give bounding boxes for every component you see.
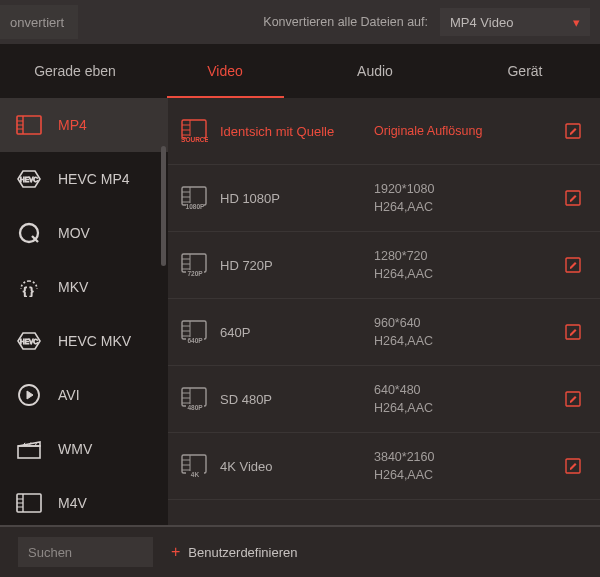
mkv-icon: { } bbox=[16, 276, 42, 298]
hevc-icon: HEVC bbox=[16, 168, 42, 190]
tab-device[interactable]: Gerät bbox=[450, 44, 600, 98]
edit-icon[interactable] bbox=[562, 457, 584, 475]
format-item-hevc-mkv[interactable]: HEVCHEVC MKV bbox=[0, 314, 168, 368]
svg-marker-13 bbox=[27, 391, 33, 399]
preset-row-720p[interactable]: 720P HD 720P1280*720H264,AAC bbox=[168, 232, 600, 299]
converted-button[interactable]: onvertiert bbox=[0, 5, 78, 39]
format-item-mkv[interactable]: { }MKV bbox=[0, 260, 168, 314]
preset-list: SOURCE Identsich mit QuelleOriginale Auf… bbox=[168, 98, 600, 525]
format-sidebar: MP4HEVCHEVC MP4MOV{ }MKVHEVCHEVC MKVAVIW… bbox=[0, 98, 168, 525]
search-placeholder: Suchen bbox=[28, 545, 72, 560]
tab-recent[interactable]: Gerade eben bbox=[0, 44, 150, 98]
film-icon bbox=[16, 114, 42, 136]
preset-thumb-icon: 720P bbox=[180, 251, 208, 279]
edit-icon[interactable] bbox=[562, 323, 584, 341]
preset-row-1080p[interactable]: 1080P HD 1080P1920*1080H264,AAC bbox=[168, 165, 600, 232]
target-format-value: MP4 Video bbox=[450, 15, 513, 30]
format-label: HEVC MKV bbox=[58, 333, 131, 349]
format-label: MKV bbox=[58, 279, 88, 295]
preset-details: 1280*720H264,AAC bbox=[374, 247, 550, 283]
tab-label: Audio bbox=[357, 63, 393, 79]
tab-label: Gerät bbox=[507, 63, 542, 79]
preset-thumb-icon: 640P bbox=[180, 318, 208, 346]
custom-preset-button[interactable]: + Benutzerdefinieren bbox=[171, 544, 297, 560]
preset-details: 960*640H264,AAC bbox=[374, 314, 550, 350]
format-item-mov[interactable]: MOV bbox=[0, 206, 168, 260]
svg-text:480P: 480P bbox=[187, 404, 203, 411]
format-item-avi[interactable]: AVI bbox=[0, 368, 168, 422]
preset-row-source[interactable]: SOURCE Identsich mit QuelleOriginale Auf… bbox=[168, 98, 600, 165]
preset-thumb-icon: 1080P bbox=[180, 184, 208, 212]
film-icon bbox=[16, 492, 42, 514]
preset-title: 4K Video bbox=[220, 459, 362, 474]
preset-details: 3840*2160H264,AAC bbox=[374, 448, 550, 484]
preset-thumb-icon: SOURCE bbox=[180, 117, 208, 145]
preset-row-4k[interactable]: 4K 4K Video3840*2160H264,AAC bbox=[168, 433, 600, 500]
format-label: AVI bbox=[58, 387, 80, 403]
svg-text:HEVC: HEVC bbox=[20, 338, 38, 345]
hevc-icon: HEVC bbox=[16, 330, 42, 352]
svg-text:{ }: { } bbox=[23, 285, 34, 297]
converted-label: onvertiert bbox=[10, 15, 64, 30]
tab-label: Gerade eben bbox=[34, 63, 116, 79]
tab-label: Video bbox=[207, 63, 243, 79]
edit-icon[interactable] bbox=[562, 390, 584, 408]
preset-title: SD 480P bbox=[220, 392, 362, 407]
format-label: MP4 bbox=[58, 117, 87, 133]
format-item-m4v[interactable]: M4V bbox=[0, 476, 168, 525]
edit-icon[interactable] bbox=[562, 256, 584, 274]
preset-thumb-icon: 480P bbox=[180, 385, 208, 413]
format-item-mp4[interactable]: MP4 bbox=[0, 98, 168, 152]
preset-details: Originale Auflösung bbox=[374, 122, 550, 140]
chevron-down-icon: ▾ bbox=[573, 15, 580, 30]
format-item-wmv[interactable]: WMV bbox=[0, 422, 168, 476]
svg-text:640P: 640P bbox=[187, 337, 203, 344]
play-icon bbox=[16, 384, 42, 406]
edit-icon[interactable] bbox=[562, 189, 584, 207]
svg-text:720P: 720P bbox=[187, 270, 203, 277]
preset-title: 640P bbox=[220, 325, 362, 340]
plus-icon: + bbox=[171, 544, 180, 560]
svg-text:4K: 4K bbox=[191, 471, 200, 478]
svg-text:1080P: 1080P bbox=[186, 203, 205, 210]
custom-label: Benutzerdefinieren bbox=[188, 545, 297, 560]
preset-row-480p[interactable]: 480P SD 480P640*480H264,AAC bbox=[168, 366, 600, 433]
svg-text:HEVC: HEVC bbox=[20, 176, 38, 183]
format-label: WMV bbox=[58, 441, 92, 457]
clap-icon bbox=[16, 438, 42, 460]
format-item-hevc-mp4[interactable]: HEVCHEVC MP4 bbox=[0, 152, 168, 206]
q-icon bbox=[16, 222, 42, 244]
search-input[interactable]: Suchen bbox=[18, 537, 153, 567]
preset-details: 1920*1080H264,AAC bbox=[374, 180, 550, 216]
format-label: M4V bbox=[58, 495, 87, 511]
preset-title: HD 1080P bbox=[220, 191, 362, 206]
format-label: MOV bbox=[58, 225, 90, 241]
format-label: HEVC MP4 bbox=[58, 171, 130, 187]
preset-title: HD 720P bbox=[220, 258, 362, 273]
sidebar-scrollbar[interactable] bbox=[161, 146, 166, 266]
svg-text:SOURCE: SOURCE bbox=[181, 136, 208, 143]
svg-rect-14 bbox=[18, 446, 40, 458]
edit-icon[interactable] bbox=[562, 122, 584, 140]
preset-thumb-icon: 4K bbox=[180, 452, 208, 480]
preset-details: 640*480H264,AAC bbox=[374, 381, 550, 417]
target-format-select[interactable]: MP4 Video ▾ bbox=[440, 8, 590, 36]
convert-all-label: Konvertieren alle Dateien auf: bbox=[263, 15, 428, 29]
tab-audio[interactable]: Audio bbox=[300, 44, 450, 98]
tab-video[interactable]: Video bbox=[150, 44, 300, 98]
preset-title: Identsich mit Quelle bbox=[220, 124, 362, 139]
preset-row-640p[interactable]: 640P 640P960*640H264,AAC bbox=[168, 299, 600, 366]
